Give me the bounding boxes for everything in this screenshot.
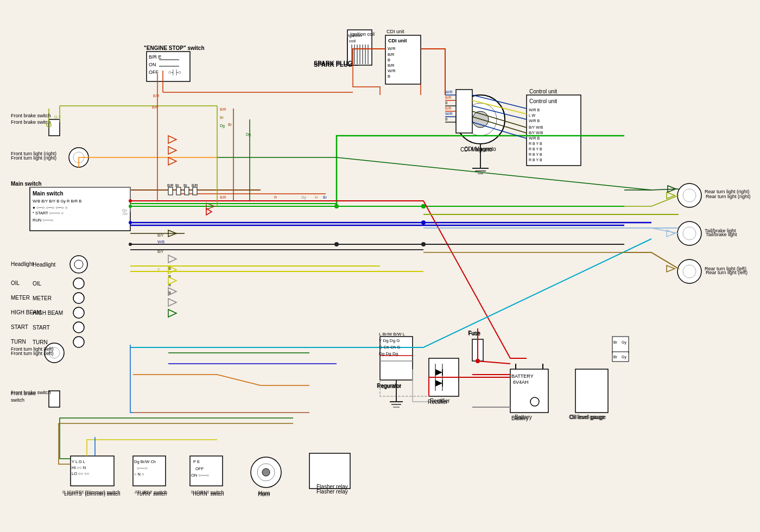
svg-point-79: [677, 221, 701, 245]
tail-brake-label: Tail/brake light: [705, 228, 736, 233]
svg-text:Gy: Gy: [301, 195, 306, 200]
svg-text:CDI unit: CDI unit: [388, 38, 407, 43]
svg-point-146: [334, 204, 339, 208]
high-beam-label: HIGH BEAM: [11, 309, 41, 315]
svg-text:B: B: [445, 117, 448, 121]
svg-rect-107: [612, 337, 629, 353]
oil-label: OIL: [11, 280, 20, 286]
svg-text:G-Y: G-Y: [54, 115, 61, 119]
svg-text:G  Ch   Ch  G: G Ch Ch G: [379, 345, 401, 350]
front-brake-switch-bottom-label: Front brake switch: [11, 390, 51, 395]
svg-text:START: START: [33, 325, 50, 331]
engine-stop-label: "ENGINE STOP" switch: [144, 45, 205, 51]
turn-label: TURN: [11, 339, 26, 345]
svg-text:ON: ON: [149, 62, 156, 67]
rectifier-label: Rectifier: [428, 399, 448, 405]
cdi-magneto-label: CDI Magneto: [460, 147, 492, 153]
svg-text:H: H: [315, 195, 318, 199]
svg-text:●  ○─○  ○─○  ○─○  ○: ● ○─○ ○─○ ○─○ ○: [33, 205, 68, 210]
svg-point-52: [70, 256, 87, 273]
svg-text:L  Br/W B/W L: L Br/W B/W L: [379, 332, 406, 337]
svg-text:Rear turn light (right): Rear turn light (right): [706, 194, 751, 199]
svg-text:W/R  B: W/R B: [529, 136, 540, 140]
front-turn-left-label: Front turn light (left): [11, 346, 54, 352]
svg-text:R: R: [274, 195, 277, 199]
rear-turn-left-label: Rear turn light (left): [705, 266, 746, 271]
svg-text:OFF: OFF: [195, 466, 204, 471]
svg-rect-105: [575, 369, 608, 413]
svg-rect-151: [168, 187, 173, 195]
svg-text:Br: Br: [613, 340, 618, 344]
svg-text:B/R: B/R: [388, 63, 395, 68]
svg-point-61: [73, 322, 84, 333]
svg-point-237: [421, 204, 426, 208]
horn-label: Horn: [258, 491, 270, 497]
svg-text:B: B: [445, 101, 448, 105]
svg-text:L    W: L W: [529, 113, 536, 117]
lights-switch-label: "LIGHTS" (Dimmer) switch: [62, 491, 120, 497]
svg-point-82: [677, 259, 701, 283]
svg-text:switch: switch: [11, 397, 24, 403]
start-label: START: [11, 324, 28, 330]
turn-switch-label: "TURN" switch: [135, 491, 167, 497]
svg-text:Gv: Gv: [123, 212, 128, 216]
svg-rect-152: [176, 187, 181, 195]
svg-text:B/Y W/B: B/Y W/B: [529, 131, 543, 135]
svg-text:LO ○○  ○○: LO ○○ ○○: [72, 471, 89, 476]
flasher-relay-label: Flasher relay: [316, 489, 348, 495]
svg-text:Dg Dg       Dg: Dg Dg Dg: [379, 351, 398, 356]
svg-text:R  B  Y  B: R B Y B: [529, 142, 542, 145]
svg-text:B/R: B/R: [388, 52, 395, 57]
svg-text:OIL: OIL: [33, 281, 42, 287]
svg-point-238: [421, 242, 426, 246]
front-brake-switch-label: Front brake switch: [11, 113, 51, 118]
svg-text:B: B: [388, 58, 390, 62]
svg-text:Br: Br: [183, 183, 188, 187]
svg-point-234: [129, 205, 132, 208]
svg-text:Gy: Gy: [622, 355, 626, 359]
svg-point-236: [129, 243, 132, 246]
regulator-label: Regurator: [377, 383, 401, 389]
svg-text:BATTERY: BATTERY: [511, 373, 534, 379]
svg-text:Br: Br: [323, 195, 327, 199]
battery-label: Battery: [511, 415, 529, 421]
svg-text:B/R: B/R: [445, 96, 452, 99]
svg-text:W/B: W/B: [157, 240, 165, 244]
svg-text:B/R: B/R: [167, 183, 174, 187]
svg-text:Br: Br: [220, 116, 224, 119]
svg-point-63: [73, 337, 84, 347]
svg-text:W/B B/Y B/Y B   Gy  R  B/R B: W/B B/Y B/Y B Gy R B/R B: [33, 199, 81, 204]
svg-point-57: [73, 293, 84, 303]
svg-point-148: [334, 242, 339, 246]
svg-text:Control unit: Control unit: [529, 98, 557, 104]
svg-point-233: [129, 199, 132, 202]
spark-plug-label: SPARK PLUG: [314, 60, 352, 66]
svg-text:Main switch: Main switch: [33, 191, 64, 197]
svg-text:Dg Br/W Ch: Dg Br/W Ch: [134, 459, 156, 464]
svg-text:B: B: [388, 74, 390, 79]
main-container: WIRING DIAGRAM Yamaha QT50 CDI MAGNETO L…: [0, 0, 760, 532]
svg-text:RUN  ○──○: RUN ○──○: [33, 218, 53, 223]
svg-text:W/R: W/R: [445, 112, 453, 116]
rear-turn-right-label: Rear turn light (right): [705, 189, 750, 194]
headlight-label: Headlight: [11, 261, 34, 267]
svg-text:B/Y W/B: B/Y W/B: [529, 125, 543, 129]
svg-text:Headlight: Headlight: [33, 262, 55, 268]
svg-text:R  B  Y  B: R B Y B: [529, 147, 542, 151]
svg-point-147: [421, 220, 426, 225]
control-unit-label: Control unit: [529, 88, 557, 94]
svg-point-59: [73, 307, 84, 318]
svg-text:HI ○○  N: HI ○○ N: [72, 465, 86, 470]
svg-text:P   E: P E: [193, 459, 200, 464]
fuse-label: Fuse: [468, 330, 480, 336]
svg-text:R  B  Y  B: R B Y B: [529, 153, 542, 156]
ignition-coil-label: Ignition coil: [350, 31, 375, 37]
svg-text:Y  L  G  L: Y L G L: [72, 459, 85, 464]
svg-text:*  START ○──○  ○: * START ○──○ ○: [33, 211, 64, 216]
svg-point-235: [129, 221, 132, 224]
svg-point-76: [677, 183, 701, 207]
svg-text:coil: coil: [349, 39, 356, 43]
svg-text:○  N  ○: ○ N ○: [134, 472, 144, 477]
meter-label: METER: [11, 295, 30, 301]
svg-text:Front brake switch: Front brake switch: [11, 119, 51, 125]
